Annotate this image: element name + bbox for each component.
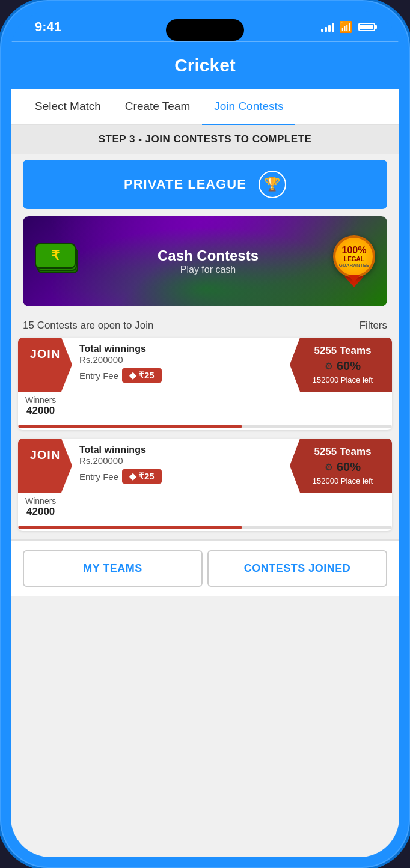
page-title: Cricket	[11, 55, 399, 76]
winners-block: Winners 42000	[25, 395, 56, 417]
battery-icon	[358, 23, 375, 31]
wifi-icon: 📶	[339, 20, 352, 34]
rupee-icon: ◆	[129, 370, 136, 381]
winners-count: 42000	[25, 506, 56, 518]
bottom-bar: MY TEAMS CONTESTS JOINED	[11, 539, 399, 596]
tab-select-match[interactable]: Select Match	[23, 89, 113, 124]
contest-card: JOIN Total winnings Rs.200000 Entry Fee …	[18, 338, 392, 430]
private-league-label: PRIVATE LEAGUE	[124, 177, 246, 192]
contest-right-panel: 5255 Teams ⚙ 60% 152000 Place left	[290, 338, 392, 392]
dynamic-island	[166, 19, 244, 41]
entry-fee-label: Entry Fee	[79, 472, 118, 482]
fill-row: ⚙ 60%	[325, 359, 361, 373]
contest-details: Total winnings Rs.200000 Entry Fee ◆ ₹25	[72, 338, 290, 392]
winners-label: Winners	[25, 496, 56, 506]
entry-fee-amount: ₹25	[138, 471, 155, 482]
progress-bar-fill	[18, 425, 242, 428]
tab-join-contests[interactable]: Join Contests	[202, 89, 295, 124]
contest-card-bottom: Winners 42000	[18, 392, 392, 423]
rupee-icon: ◆	[129, 471, 136, 482]
join-button[interactable]: JOIN	[18, 439, 72, 493]
cash-contests-title: Cash Contests	[83, 247, 333, 264]
progress-bar-fill	[18, 526, 242, 529]
contest-card-top: JOIN Total winnings Rs.200000 Entry Fee …	[18, 338, 392, 392]
progress-bar	[18, 425, 392, 428]
tab-navigation: Select Match Create Team Join Contests	[11, 89, 399, 125]
entry-fee-tag: ◆ ₹25	[122, 368, 162, 383]
total-winnings-label: Total winnings	[79, 344, 283, 354]
contests-header: 15 Contests are open to Join Filters	[11, 315, 399, 338]
legal-badge: 100% LEGAL GUARANTEE	[333, 235, 375, 278]
trophy-icon: 🏆	[259, 171, 286, 198]
teams-count: 5255 Teams	[314, 446, 371, 458]
entry-fee-tag: ◆ ₹25	[122, 469, 162, 484]
gear-icon: ⚙	[325, 461, 333, 473]
entry-fee-row: Entry Fee ◆ ₹25	[79, 469, 283, 484]
banner-content: ₹ Cash Contests Play for cash 100% LEGAL…	[23, 229, 387, 293]
tab-create-team[interactable]: Create Team	[113, 89, 202, 124]
fill-row: ⚙ 60%	[325, 460, 361, 474]
header-divider	[11, 41, 399, 42]
winners-label: Winners	[25, 395, 56, 405]
cash-text-block: Cash Contests Play for cash	[83, 247, 333, 275]
total-winnings-amount: Rs.200000	[79, 455, 283, 466]
main-content: Select Match Create Team Join Contests S…	[11, 89, 399, 857]
cash-contests-banner[interactable]: ₹ Cash Contests Play for cash 100% LEGAL…	[23, 216, 387, 306]
contest-card: JOIN Total winnings Rs.200000 Entry Fee …	[18, 439, 392, 531]
filters-button[interactable]: Filters	[360, 320, 387, 332]
winners-block: Winners 42000	[25, 496, 56, 518]
progress-bar	[18, 526, 392, 529]
teams-count: 5255 Teams	[314, 345, 371, 357]
gear-icon: ⚙	[325, 360, 333, 372]
total-winnings-label: Total winnings	[79, 445, 283, 455]
fill-percent: 60%	[337, 460, 361, 474]
status-icons: 📶	[321, 20, 375, 34]
contest-card-bottom: Winners 42000	[18, 493, 392, 524]
fill-percent: 60%	[337, 359, 361, 373]
contests-joined-button[interactable]: CONTESTS JOINED	[207, 550, 387, 587]
step-text: STEP 3 - JOIN CONTESTS TO COMPLETE	[99, 133, 312, 145]
entry-fee-row: Entry Fee ◆ ₹25	[79, 368, 283, 383]
total-winnings-amount: Rs.200000	[79, 354, 283, 365]
places-left: 152000 Place left	[313, 476, 373, 485]
cash-contests-subtitle: Play for cash	[83, 264, 333, 275]
signal-icon	[321, 22, 334, 32]
join-button[interactable]: JOIN	[18, 338, 72, 392]
phone-screen: 9:41 📶 Cricket Select Match	[11, 11, 399, 857]
places-left: 152000 Place left	[313, 375, 373, 384]
winners-count: 42000	[25, 405, 56, 417]
contest-card-top: JOIN Total winnings Rs.200000 Entry Fee …	[18, 439, 392, 493]
contest-right-panel: 5255 Teams ⚙ 60% 152000 Place left	[290, 439, 392, 493]
page-title-bar: Cricket	[11, 44, 399, 89]
entry-fee-label: Entry Fee	[79, 371, 118, 381]
contest-details: Total winnings Rs.200000 Entry Fee ◆ ₹25	[72, 439, 290, 493]
entry-fee-amount: ₹25	[138, 370, 155, 381]
phone-frame: 9:41 📶 Cricket Select Match	[0, 0, 410, 868]
contests-count: 15 Contests are open to Join	[23, 320, 153, 332]
status-time: 9:41	[35, 19, 61, 35]
step-banner: STEP 3 - JOIN CONTESTS TO COMPLETE	[11, 125, 399, 154]
private-league-button[interactable]: PRIVATE LEAGUE 🏆	[23, 160, 387, 209]
my-teams-button[interactable]: MY TEAMS	[23, 550, 203, 587]
